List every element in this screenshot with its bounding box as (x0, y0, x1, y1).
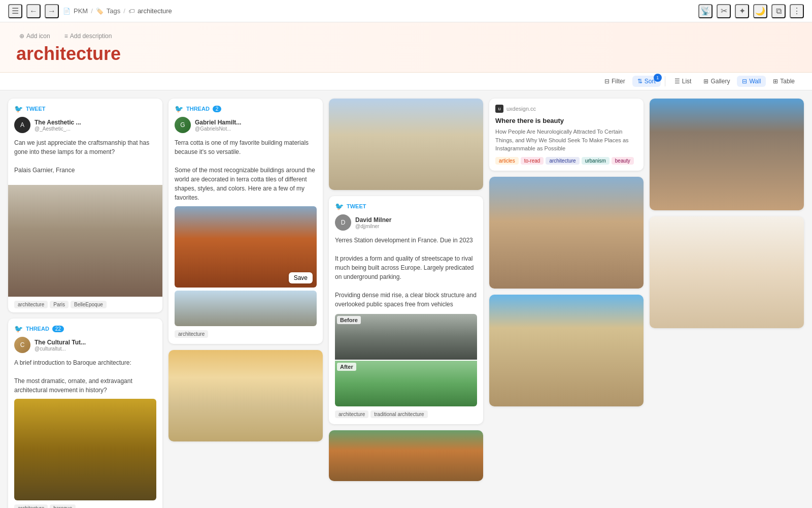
table-icon: ⊞ (773, 78, 778, 85)
hamburger-menu-icon[interactable]: ☰ (8, 4, 22, 18)
description-icon: ≡ (64, 33, 68, 40)
page-title: architecture (16, 45, 796, 63)
save-button[interactable]: Save (289, 272, 313, 283)
card-thread-terracotta[interactable]: 🐦 THREAD 2 G Gabriel Hamilt... @Gabriels… (168, 99, 323, 344)
amsterdam-image (329, 430, 483, 481)
after-label: After (337, 363, 356, 371)
tag-articles[interactable]: articles (495, 157, 519, 165)
moon-icon[interactable]: 🌙 (753, 4, 767, 18)
card-image (8, 185, 162, 297)
handle: @_Aesthetic_... (35, 126, 81, 132)
wall-grid: 🐦 TWEET A The Aesthetic ... @_Aesthetic_… (8, 99, 804, 508)
card-text: Yerres Station development in France. Du… (335, 236, 477, 309)
card-image-bottom1[interactable] (489, 177, 644, 289)
article-desc: How People Are Neurologically Attracted … (495, 128, 637, 153)
sort-badge: 1 (654, 74, 662, 82)
blueprint-image (650, 216, 804, 328)
tag-icon: 🏷️ (96, 8, 104, 15)
gallery-view-button[interactable]: ⊞ Gallery (698, 76, 735, 87)
source-name: uxdesign.cc (506, 106, 536, 112)
card-image-bottom3[interactable] (650, 99, 804, 210)
sparkle-icon[interactable]: ✦ (735, 4, 749, 18)
username: David Milner (355, 216, 391, 224)
forward-button[interactable]: → (45, 4, 59, 18)
twitter-badge-icon: 🐦 (14, 105, 23, 113)
card-image-amsterdam[interactable] (329, 430, 483, 481)
card-image-blueprint[interactable] (650, 216, 804, 328)
milan-image (168, 350, 323, 441)
scissors-icon[interactable]: ✂ (717, 4, 731, 18)
tag-paris[interactable]: Paris (50, 301, 69, 308)
tag-small-icon: 🏷 (128, 8, 134, 15)
card-tweet-aesthetic[interactable]: 🐦 TWEET A The Aesthetic ... @_Aesthetic_… (8, 99, 162, 312)
add-icon-button[interactable]: ⊕ Add icon (16, 31, 53, 41)
table-view-button[interactable]: ⊞ Table (768, 76, 800, 87)
nav-right-icons: 📡 ✂ ✦ 🌙 ⧉ ⋮ (698, 4, 804, 18)
card-thread-baroque[interactable]: 🐦 THREAD 22 C The Cultural Tut... @cultu… (8, 319, 162, 508)
filter-button[interactable]: ⊟ Filter (599, 76, 630, 87)
card-text: Can we just appreciate the craftsmanship… (14, 138, 156, 175)
tag-architecture2[interactable]: architecture (546, 157, 579, 165)
avatar: A (14, 117, 30, 133)
tag-toread[interactable]: to-read (521, 157, 544, 165)
top-nav: ☰ ← → 📄 PKM / 🏷️ Tags / 🏷 architecture 📡… (0, 0, 812, 22)
plus-icon: ⊕ (19, 33, 24, 40)
breadcrumb-pkm[interactable]: PKM (74, 7, 88, 15)
tag-baroque[interactable]: baroque (50, 504, 76, 508)
terracotta-image2 (175, 291, 317, 326)
card-tags: architecture baroque (14, 504, 156, 508)
card-tags: architecture (175, 330, 317, 338)
sort-button[interactable]: ⇅ Sort 1 (632, 76, 661, 87)
avatar: D (335, 214, 351, 231)
gallery-icon: ⊞ (703, 78, 708, 85)
tag-beauty[interactable]: beauty (612, 157, 634, 165)
tag-urbanism[interactable]: urbanism (582, 157, 610, 165)
tag-traditional[interactable]: traditional architecture (370, 410, 427, 418)
thread-label2: THREAD (186, 106, 210, 112)
antenna-icon[interactable]: 📡 (698, 4, 713, 18)
sort-icon: ⇅ (637, 78, 642, 85)
baroque-image (14, 399, 156, 500)
before-label: Before (337, 316, 361, 324)
tag-architecture[interactable]: architecture (14, 504, 48, 508)
twitter-thread2-icon: 🐦 (175, 105, 183, 113)
breadcrumb-tags[interactable]: Tags (107, 7, 120, 15)
article-tags: articles to-read architecture urbanism b… (495, 157, 637, 165)
breadcrumb-sep2: / (123, 7, 125, 15)
username: The Cultural Tut... (35, 339, 86, 346)
more-menu-icon[interactable]: ⋮ (790, 4, 804, 18)
card-tweet-david[interactable]: 🐦 TWEET D David Milner @djjmilner Yerres… (329, 196, 483, 424)
thread-count-badge: 22 (52, 326, 64, 332)
tag-architecture[interactable]: architecture (335, 410, 368, 418)
card-image-paris[interactable] (329, 99, 483, 190)
username: Gabriel Hamilt... (195, 119, 241, 126)
tag-belleepoque[interactable]: BelleEpoque (71, 301, 107, 308)
bottom-image-3 (650, 99, 804, 210)
copy-icon[interactable]: ⧉ (771, 4, 786, 18)
tag-architecture[interactable]: architecture (175, 330, 208, 338)
tag-architecture[interactable]: architecture (14, 301, 48, 308)
list-icon: ☰ (674, 78, 680, 85)
breadcrumb: 📄 PKM / 🏷️ Tags / 🏷 architecture (63, 7, 694, 15)
file-icon: 📄 (63, 8, 71, 15)
filter-icon: ⊟ (604, 78, 610, 85)
source-icon: u (495, 105, 503, 113)
add-description-button[interactable]: ≡ Add description (61, 31, 115, 41)
back-button[interactable]: ← (26, 4, 41, 18)
card-text: A brief introduction to Baroque architec… (14, 358, 156, 395)
list-view-button[interactable]: ☰ List (669, 76, 697, 87)
article-title: Where there is beauty (495, 117, 637, 124)
card-article-beauty[interactable]: u uxdesign.cc Where there is beauty How … (489, 99, 644, 171)
wall-view-button[interactable]: ⊟ Wall (737, 76, 766, 87)
before-after-container: Before After (335, 314, 477, 406)
card-image-milan[interactable] (168, 350, 323, 441)
avatar: C (14, 337, 30, 353)
card-tags: architecture Paris BelleEpoque (14, 301, 156, 308)
card-tags: architecture traditional architecture (335, 410, 477, 418)
twitter-thread-icon: 🐦 (14, 325, 23, 333)
card-image-bottom2[interactable] (489, 295, 644, 406)
bottom-image-1 (489, 177, 644, 289)
page-header: ⊕ Add icon ≡ Add description architectur… (0, 22, 812, 73)
main-content: 🐦 TWEET A The Aesthetic ... @_Aesthetic_… (0, 90, 812, 508)
tweet-label3: TWEET (347, 203, 366, 209)
